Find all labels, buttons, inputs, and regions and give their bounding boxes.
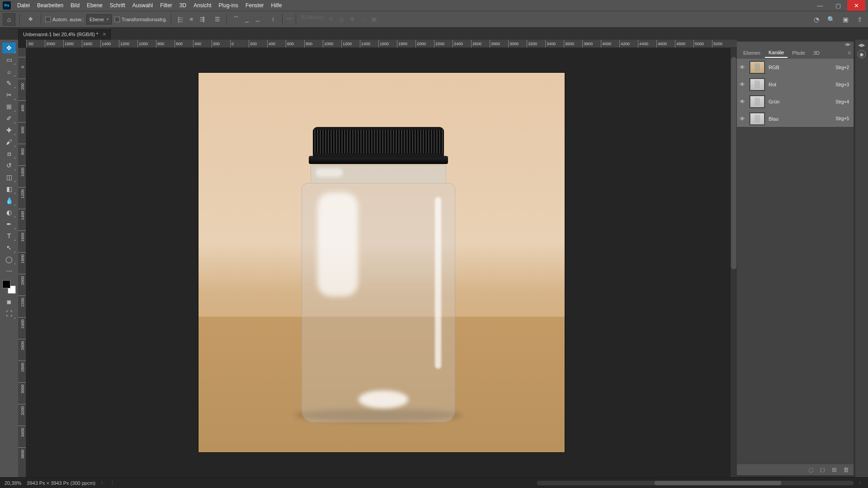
visibility-eye-icon[interactable]: 👁	[739, 64, 746, 71]
window-minimize-button[interactable]: —	[811, 0, 829, 11]
expand-dock-icon[interactable]: ◀▶	[858, 42, 865, 47]
document-tab[interactable]: Unbenannt-1 bei 20,4% (RGB/8) * ×	[18, 28, 111, 40]
channel-row-grün[interactable]: 👁GrünStrg+4	[737, 93, 854, 110]
tab-ebenen[interactable]: Ebenen	[740, 48, 764, 57]
crop-tool[interactable]: ✂	[2, 89, 16, 100]
auto-select-checkbox[interactable]: Autom. ausw.:	[45, 17, 84, 22]
home-button[interactable]: ⌂	[3, 13, 15, 26]
search-icon[interactable]: 🔍	[826, 14, 836, 25]
quick-mask-tool[interactable]: ◙	[2, 296, 16, 307]
align-vcenter-icon[interactable]: ⎯	[242, 14, 252, 24]
menu-filter[interactable]: Filter	[156, 0, 176, 11]
stamp-tool[interactable]: ⧈	[2, 148, 16, 159]
gradient-tool[interactable]: ◧	[2, 183, 16, 194]
menu-bild[interactable]: Bild	[67, 0, 83, 11]
marquee-tool[interactable]: ▭	[2, 54, 16, 65]
channel-row-rot[interactable]: 👁RotStrg+3	[737, 76, 854, 93]
load-selection-icon[interactable]: ◌	[807, 466, 815, 474]
close-tab-icon[interactable]: ×	[103, 31, 106, 38]
history-brush-tool[interactable]: ↺	[2, 160, 16, 171]
quick-select-tool[interactable]: ✎	[2, 78, 16, 89]
vertical-ruler[interactable]: 0200400600800100012001400160018002000220…	[18, 48, 26, 477]
brush-tool[interactable]: 🖌	[2, 136, 16, 147]
status-caret-icon[interactable]: 〉	[101, 480, 105, 486]
menu-schrift[interactable]: Schrift	[106, 0, 129, 11]
horizontal-scrollbar[interactable]	[537, 481, 854, 485]
channel-row-rgb[interactable]: 👁RGBStrg+2	[737, 59, 854, 76]
tab-pfade[interactable]: Pfade	[788, 48, 809, 57]
channel-name: RGB	[769, 65, 779, 70]
ruler-tick: 1200	[341, 40, 352, 48]
menu-ansicht[interactable]: Ansicht	[190, 0, 215, 11]
align-right-icon[interactable]: ⇶	[197, 14, 207, 24]
healing-tool[interactable]: ✚	[2, 125, 16, 136]
move-tool-preset-icon[interactable]: ✥	[24, 13, 37, 26]
visibility-eye-icon[interactable]: 👁	[739, 115, 746, 122]
channel-name: Rot	[769, 82, 776, 87]
menu-bearbeiten[interactable]: Bearbeiten	[33, 0, 67, 11]
menu-auswahl[interactable]: Auswahl	[129, 0, 156, 11]
eraser-tool[interactable]: ◫	[2, 172, 16, 183]
collapse-panels-icon[interactable]: ◀▶	[844, 42, 851, 47]
menu-3d[interactable]: 3D	[176, 0, 190, 11]
save-selection-icon[interactable]: ◻	[818, 466, 826, 474]
more-tools[interactable]: ⋯	[2, 266, 16, 277]
foreground-color-swatch[interactable]	[2, 280, 10, 288]
ruler-tick: 5000	[693, 40, 704, 48]
color-swatches[interactable]	[2, 280, 16, 294]
lasso-tool[interactable]: ⌕	[2, 66, 16, 77]
eyedropper-tool[interactable]: ✐	[2, 113, 16, 124]
menu-hilfe[interactable]: Hilfe	[268, 0, 286, 11]
ruler-tick: 1600	[82, 40, 92, 48]
visibility-eye-icon[interactable]: 👁	[739, 98, 746, 105]
workspace-icon[interactable]: ▣	[840, 14, 851, 25]
align-hcenter-icon[interactable]: ≡	[186, 14, 196, 24]
align-top-icon[interactable]: ⎴	[231, 14, 241, 24]
blur-tool[interactable]: 💧	[2, 195, 16, 206]
dodge-tool[interactable]: ◐	[2, 207, 16, 218]
properties-panel-icon[interactable]: ◉	[858, 50, 866, 58]
tab-3d[interactable]: 3D	[810, 48, 823, 57]
vertical-scrollbar[interactable]	[731, 48, 737, 477]
cloud-docs-icon[interactable]: ◔	[811, 14, 822, 25]
panel-menu-icon[interactable]: ≡	[848, 50, 851, 56]
status-prev-icon[interactable]: 〈	[109, 480, 113, 486]
distribute-group: ☰	[212, 14, 222, 24]
path-select-tool[interactable]: ↖	[2, 242, 16, 253]
align-vertical-group: ⎴ ⎯ ⎵	[231, 14, 263, 24]
distribute-icon[interactable]: ☰	[212, 14, 222, 24]
transform-controls-checkbox[interactable]: Transformationsstrg.	[114, 17, 167, 22]
horizontal-ruler[interactable]: -502000180016001400120010008006004002000…	[26, 40, 737, 48]
align-left-icon[interactable]: ⬱	[175, 14, 185, 24]
align-bottom-icon[interactable]: ⎵	[253, 14, 263, 24]
channel-row-blau[interactable]: 👁BlauStrg+5	[737, 110, 854, 127]
ruler-tick: 3600	[564, 40, 574, 48]
distribute-v-icon[interactable]: ⫶	[268, 14, 278, 24]
screen-mode-tool[interactable]: ⛶	[2, 308, 16, 319]
tab-kanale[interactable]: Kanäle	[765, 48, 788, 58]
more-options-icon[interactable]: ⋯	[287, 16, 292, 22]
window-maximize-button[interactable]: ▢	[829, 0, 847, 11]
shape-tool[interactable]: ◯	[2, 254, 16, 265]
zoom-level[interactable]: 20,38%	[5, 480, 21, 486]
pen-tool[interactable]: ✒	[2, 219, 16, 230]
ruler-tick: 2000	[45, 40, 55, 48]
window-close-button[interactable]: ✕	[847, 0, 865, 11]
ruler-tick: 1400	[100, 40, 111, 48]
frame-tool[interactable]: ⊞	[2, 101, 16, 112]
ruler-tick: 400	[193, 40, 201, 48]
menu-fenster[interactable]: Fenster	[242, 0, 268, 11]
menu-datei[interactable]: Datei	[14, 0, 33, 11]
share-icon[interactable]: ⇪	[854, 14, 865, 25]
layer-select-dropdown[interactable]: Ebene ▾	[86, 14, 112, 24]
type-tool[interactable]: T	[2, 230, 16, 241]
visibility-eye-icon[interactable]: 👁	[739, 81, 746, 88]
ruler-tick: 800	[304, 40, 312, 48]
move-tool[interactable]: ✥	[2, 42, 16, 53]
scroll-right-icon[interactable]: 〉	[859, 480, 863, 486]
new-channel-icon[interactable]: ⊞	[830, 466, 838, 474]
menu-ebene[interactable]: Ebene	[83, 0, 106, 11]
delete-channel-icon[interactable]: 🗑	[842, 466, 850, 474]
menu-plugins[interactable]: Plug-ins	[215, 0, 242, 11]
canvas-viewport[interactable]	[26, 48, 737, 477]
